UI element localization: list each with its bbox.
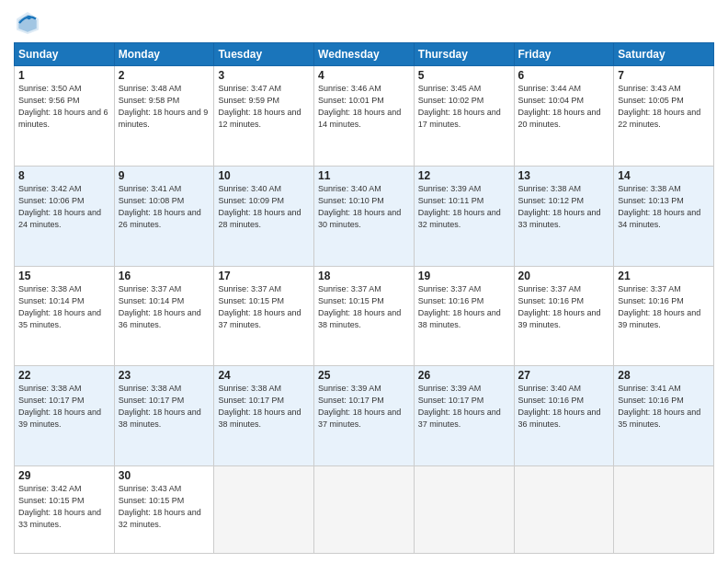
calendar-cell: 9Sunrise: 3:41 AMSunset: 10:08 PMDayligh… (114, 166, 214, 266)
day-info: Sunrise: 3:40 AMSunset: 10:10 PMDaylight… (318, 183, 410, 231)
day-info: Sunrise: 3:43 AMSunset: 10:15 PMDaylight… (119, 483, 210, 531)
calendar-cell (514, 466, 614, 554)
logo-icon (14, 9, 41, 37)
day-info: Sunrise: 3:48 AMSunset: 9:58 PMDaylight:… (119, 83, 210, 131)
day-info: Sunrise: 3:38 AMSunset: 10:17 PMDaylight… (218, 383, 310, 431)
day-number: 2 (119, 69, 210, 82)
day-number: 19 (418, 270, 510, 282)
day-info: Sunrise: 3:39 AMSunset: 10:11 PMDaylight… (418, 183, 510, 231)
calendar-header-sunday: Sunday (15, 43, 115, 66)
day-info: Sunrise: 3:37 AMSunset: 10:14 PMDaylight… (119, 283, 210, 331)
day-info: Sunrise: 3:37 AMSunset: 10:16 PMDaylight… (518, 283, 610, 331)
day-number: 26 (418, 369, 510, 382)
day-info: Sunrise: 3:38 AMSunset: 10:14 PMDaylight… (18, 283, 110, 331)
calendar-cell: 5Sunrise: 3:45 AMSunset: 10:02 PMDayligh… (414, 66, 514, 167)
day-number: 28 (618, 369, 710, 382)
day-number: 14 (618, 169, 710, 182)
calendar-week-row: 1Sunrise: 3:50 AMSunset: 9:56 PMDaylight… (15, 66, 714, 167)
day-number: 6 (518, 69, 610, 82)
calendar-week-row: 22Sunrise: 3:38 AMSunset: 10:17 PMDaylig… (15, 366, 714, 466)
day-number: 27 (518, 369, 610, 382)
day-number: 22 (18, 369, 110, 382)
day-number: 16 (119, 270, 210, 282)
header (14, 9, 714, 37)
day-info: Sunrise: 3:38 AMSunset: 10:17 PMDaylight… (18, 383, 110, 431)
calendar-cell: 20Sunrise: 3:37 AMSunset: 10:16 PMDaylig… (514, 266, 614, 366)
day-number: 1 (18, 69, 110, 82)
calendar-cell: 7Sunrise: 3:43 AMSunset: 10:05 PMDayligh… (614, 66, 714, 167)
calendar-week-row: 8Sunrise: 3:42 AMSunset: 10:06 PMDayligh… (15, 166, 714, 266)
calendar-cell (314, 466, 415, 554)
day-info: Sunrise: 3:39 AMSunset: 10:17 PMDaylight… (318, 383, 410, 431)
calendar-cell: 21Sunrise: 3:37 AMSunset: 10:16 PMDaylig… (614, 266, 714, 366)
day-number: 24 (218, 369, 310, 382)
calendar-header-monday: Monday (114, 43, 214, 66)
calendar-cell: 23Sunrise: 3:38 AMSunset: 10:17 PMDaylig… (114, 366, 214, 466)
day-info: Sunrise: 3:42 AMSunset: 10:06 PMDaylight… (18, 183, 110, 231)
calendar-cell: 22Sunrise: 3:38 AMSunset: 10:17 PMDaylig… (15, 366, 115, 466)
day-number: 30 (119, 469, 210, 482)
day-number: 9 (119, 169, 210, 182)
day-info: Sunrise: 3:50 AMSunset: 9:56 PMDaylight:… (18, 83, 110, 131)
day-number: 13 (518, 169, 610, 182)
calendar-week-row: 29Sunrise: 3:42 AMSunset: 10:15 PMDaylig… (15, 466, 714, 554)
day-number: 11 (318, 169, 410, 182)
day-info: Sunrise: 3:38 AMSunset: 10:13 PMDaylight… (618, 183, 710, 231)
day-number: 18 (318, 270, 410, 282)
calendar-cell: 29Sunrise: 3:42 AMSunset: 10:15 PMDaylig… (15, 466, 115, 554)
day-number: 4 (318, 69, 410, 82)
day-info: Sunrise: 3:37 AMSunset: 10:16 PMDaylight… (418, 283, 510, 331)
logo (14, 9, 45, 37)
day-info: Sunrise: 3:38 AMSunset: 10:12 PMDaylight… (518, 183, 610, 231)
day-number: 20 (518, 270, 610, 282)
day-number: 3 (218, 69, 310, 82)
svg-point-2 (27, 16, 31, 20)
calendar-cell (414, 466, 514, 554)
calendar-cell (214, 466, 314, 554)
calendar-cell: 30Sunrise: 3:43 AMSunset: 10:15 PMDaylig… (114, 466, 214, 554)
day-info: Sunrise: 3:38 AMSunset: 10:17 PMDaylight… (119, 383, 210, 431)
day-number: 8 (18, 169, 110, 182)
day-info: Sunrise: 3:40 AMSunset: 10:16 PMDaylight… (518, 383, 610, 431)
calendar-cell: 15Sunrise: 3:38 AMSunset: 10:14 PMDaylig… (15, 266, 115, 366)
calendar-cell: 4Sunrise: 3:46 AMSunset: 10:01 PMDayligh… (314, 66, 415, 167)
calendar-cell: 25Sunrise: 3:39 AMSunset: 10:17 PMDaylig… (314, 366, 415, 466)
calendar-cell: 19Sunrise: 3:37 AMSunset: 10:16 PMDaylig… (414, 266, 514, 366)
calendar-cell: 28Sunrise: 3:41 AMSunset: 10:16 PMDaylig… (614, 366, 714, 466)
day-info: Sunrise: 3:45 AMSunset: 10:02 PMDaylight… (418, 83, 510, 131)
calendar-table: SundayMondayTuesdayWednesdayThursdayFrid… (14, 42, 714, 554)
calendar-cell (614, 466, 714, 554)
day-number: 7 (618, 69, 710, 82)
day-info: Sunrise: 3:46 AMSunset: 10:01 PMDaylight… (318, 83, 410, 131)
calendar-header-tuesday: Tuesday (214, 43, 314, 66)
day-info: Sunrise: 3:39 AMSunset: 10:17 PMDaylight… (418, 383, 510, 431)
day-number: 21 (618, 270, 710, 282)
day-info: Sunrise: 3:41 AMSunset: 10:16 PMDaylight… (618, 383, 710, 431)
day-number: 15 (18, 270, 110, 282)
day-info: Sunrise: 3:40 AMSunset: 10:09 PMDaylight… (218, 183, 310, 231)
calendar-cell: 17Sunrise: 3:37 AMSunset: 10:15 PMDaylig… (214, 266, 314, 366)
day-info: Sunrise: 3:37 AMSunset: 10:15 PMDaylight… (218, 283, 310, 331)
calendar-header-thursday: Thursday (414, 43, 514, 66)
calendar-cell: 3Sunrise: 3:47 AMSunset: 9:59 PMDaylight… (214, 66, 314, 167)
calendar-cell: 14Sunrise: 3:38 AMSunset: 10:13 PMDaylig… (614, 166, 714, 266)
day-number: 10 (218, 169, 310, 182)
calendar-header-friday: Friday (514, 43, 614, 66)
calendar-cell: 27Sunrise: 3:40 AMSunset: 10:16 PMDaylig… (514, 366, 614, 466)
day-number: 23 (119, 369, 210, 382)
calendar-cell: 26Sunrise: 3:39 AMSunset: 10:17 PMDaylig… (414, 366, 514, 466)
day-number: 29 (18, 469, 110, 482)
day-number: 12 (418, 169, 510, 182)
day-info: Sunrise: 3:42 AMSunset: 10:15 PMDaylight… (18, 483, 110, 531)
day-info: Sunrise: 3:43 AMSunset: 10:05 PMDaylight… (618, 83, 710, 131)
page: SundayMondayTuesdayWednesdayThursdayFrid… (0, 0, 728, 563)
calendar-header-wednesday: Wednesday (314, 43, 415, 66)
day-info: Sunrise: 3:37 AMSunset: 10:15 PMDaylight… (318, 283, 410, 331)
calendar-week-row: 15Sunrise: 3:38 AMSunset: 10:14 PMDaylig… (15, 266, 714, 366)
day-info: Sunrise: 3:41 AMSunset: 10:08 PMDaylight… (119, 183, 210, 231)
day-number: 25 (318, 369, 410, 382)
calendar-cell: 10Sunrise: 3:40 AMSunset: 10:09 PMDaylig… (214, 166, 314, 266)
day-info: Sunrise: 3:47 AMSunset: 9:59 PMDaylight:… (218, 83, 310, 131)
calendar-cell: 6Sunrise: 3:44 AMSunset: 10:04 PMDayligh… (514, 66, 614, 167)
calendar-cell: 8Sunrise: 3:42 AMSunset: 10:06 PMDayligh… (15, 166, 115, 266)
